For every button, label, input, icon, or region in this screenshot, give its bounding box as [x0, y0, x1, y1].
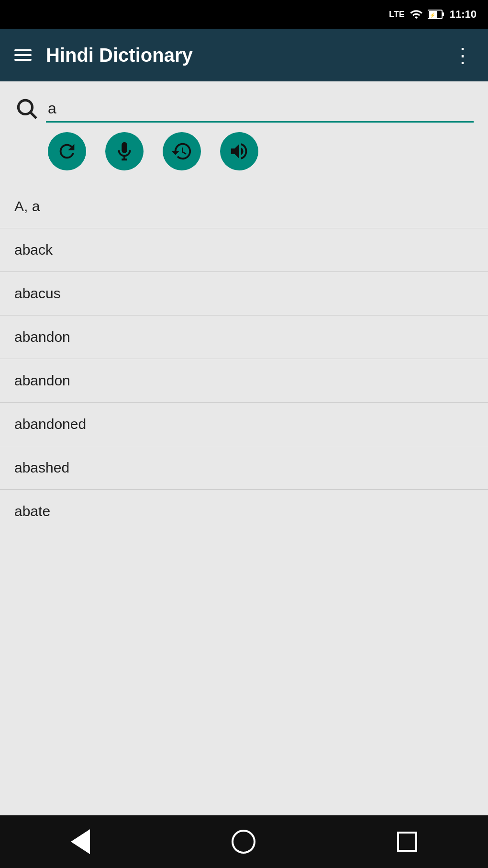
list-item[interactable]: abandon — [0, 359, 488, 403]
app-title: Hindi Dictionary — [46, 45, 453, 66]
lte-icon: LTE — [389, 10, 405, 20]
mic-button[interactable] — [105, 132, 144, 170]
recents-icon — [397, 832, 417, 852]
search-row — [14, 96, 474, 123]
list-item[interactable]: abashed — [0, 446, 488, 490]
svg-point-4 — [18, 100, 32, 114]
word-text: abandon — [14, 329, 70, 345]
more-options-button[interactable]: ⋮ — [453, 44, 474, 67]
list-item[interactable]: aback — [0, 228, 488, 272]
battery-icon: ⚡ — [428, 8, 445, 21]
list-item[interactable]: abate — [0, 490, 488, 533]
word-text: A, a — [14, 198, 40, 214]
svg-line-5 — [31, 113, 36, 118]
volume-button[interactable] — [220, 132, 258, 170]
search-area — [0, 81, 488, 185]
action-buttons — [14, 132, 474, 170]
word-text: abashed — [14, 460, 69, 475]
home-icon — [232, 830, 255, 854]
menu-button[interactable] — [14, 49, 32, 61]
nav-bar — [0, 815, 488, 868]
list-item[interactable]: abandoned — [0, 403, 488, 446]
word-text: abandon — [14, 372, 70, 388]
word-text: aback — [14, 242, 53, 258]
word-list: A, a aback abacus abandon abandon abando… — [0, 185, 488, 815]
search-input-wrap — [46, 96, 474, 123]
list-item[interactable]: abacus — [0, 272, 488, 316]
svg-rect-1 — [442, 12, 444, 16]
recents-button[interactable] — [397, 832, 417, 852]
signal-icon — [410, 8, 423, 21]
svg-text:⚡: ⚡ — [430, 12, 436, 18]
refresh-button[interactable] — [48, 132, 86, 170]
time-display: 11:10 — [450, 8, 477, 21]
list-item[interactable]: A, a — [0, 185, 488, 228]
search-input[interactable] — [46, 96, 474, 123]
history-button[interactable] — [163, 132, 201, 170]
word-text: abacus — [14, 285, 61, 301]
back-icon — [71, 829, 90, 854]
search-icon — [14, 96, 38, 122]
status-bar: LTE ⚡ 11:10 — [0, 0, 488, 29]
back-button[interactable] — [71, 829, 90, 854]
list-item[interactable]: abandon — [0, 316, 488, 359]
app-bar: Hindi Dictionary ⋮ — [0, 29, 488, 81]
home-button[interactable] — [232, 830, 255, 854]
word-text: abandoned — [14, 416, 86, 432]
word-text: abate — [14, 503, 50, 519]
